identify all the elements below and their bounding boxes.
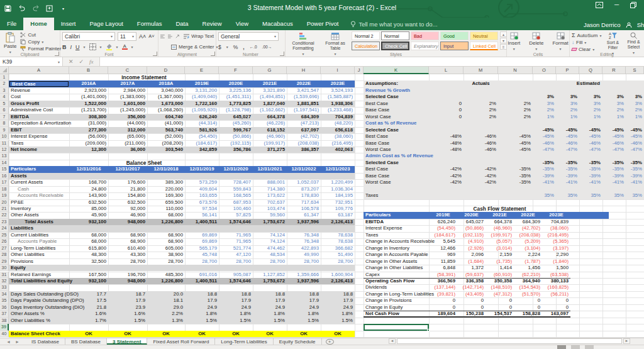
row-header-22[interactable]: 22 <box>0 212 9 218</box>
assumption-est-value[interactable]: 3% <box>556 94 579 100</box>
row-header-30[interactable]: 30 <box>0 265 9 271</box>
is-value[interactable]: (1,383,000) <box>108 94 147 100</box>
assumption-est-value[interactable]: -45% <box>533 133 556 140</box>
bs-value[interactable]: 728,407 <box>219 179 253 186</box>
assumption-est-value[interactable]: 3% <box>533 101 556 107</box>
row-header-38[interactable]: 38 <box>0 318 9 324</box>
style-good[interactable]: Good <box>440 31 469 40</box>
bs-value[interactable]: 559,843 <box>219 186 253 192</box>
column-header-P[interactable]: P <box>556 67 579 74</box>
style-input[interactable]: Input <box>440 42 469 50</box>
style-explanatory[interactable]: Explanatory ... <box>411 42 439 50</box>
row-header-6[interactable]: 6 <box>0 107 9 113</box>
sheet-tab-long-term-liabilities[interactable]: Long-Term Liabilities <box>215 338 273 345</box>
balance-check-value[interactable]: OK <box>69 331 108 337</box>
column-header-O[interactable]: O <box>533 67 556 74</box>
cf-row-label[interactable]: Change in Provisions <box>364 297 429 304</box>
is-value[interactable]: (38,060) <box>321 133 355 140</box>
ratio-value[interactable]: 1.8% <box>253 311 287 317</box>
bs-total-value[interactable]: 1,937,596 <box>287 278 321 284</box>
assumption-actual-value[interactable]: -45% <box>498 147 533 153</box>
assumption-est-value[interactable]: 35% <box>579 192 602 199</box>
bs-value[interactable]: 71,965 <box>219 238 253 245</box>
bs-value[interactable]: 873,207 <box>287 186 321 192</box>
cf-value[interactable]: (46,960) <box>486 225 514 231</box>
bs-value[interactable]: 610,400 <box>108 245 147 252</box>
bs-row-label[interactable]: Long-Term Liabilities <box>9 245 69 252</box>
cf-value[interactable]: 626,240 <box>429 219 457 225</box>
cf-value[interactable]: (3,014) <box>486 245 514 252</box>
cf-value[interactable]: (38,060) <box>542 225 570 231</box>
assumption-est-value[interactable]: 35% <box>602 192 626 199</box>
is-value[interactable]: (208,200) <box>147 140 185 147</box>
ratio-value[interactable]: 17.9 <box>185 297 219 304</box>
cf-value[interactable]: (3,104) <box>514 245 542 252</box>
assumption-est-value[interactable]: -41% <box>533 179 556 186</box>
assumption-est-value[interactable]: -35% <box>579 160 602 166</box>
autosum-button[interactable]: ΣAutoSum▾ <box>572 32 602 38</box>
worksheet-grid[interactable]: ABCDEFGHIJKLMNOPQRS123456789101112131415… <box>0 67 644 338</box>
bs-value[interactable]: 691,016 <box>185 272 219 278</box>
is-value[interactable]: 581,926 <box>185 127 219 133</box>
is-value[interactable]: (1,162,662) <box>253 107 287 113</box>
wrap-text-button[interactable]: Wrap Text <box>184 33 214 39</box>
assumption-label[interactable]: Selected Case <box>364 94 429 100</box>
bs-value[interactable]: 28,700 <box>321 258 355 265</box>
row-header-37[interactable]: 37 <box>0 311 9 317</box>
assumption-actual-value[interactable]: 2% <box>464 114 498 120</box>
bs-total-value[interactable]: 1,226,800 <box>147 278 185 284</box>
bs-row-label[interactable]: Inventory <box>9 206 69 212</box>
assumption-est-value[interactable]: -35% <box>556 160 579 166</box>
enter-icon[interactable]: ✓ <box>79 58 84 65</box>
ratio-value[interactable]: 1.7% <box>69 318 108 324</box>
bs-value[interactable]: 220,000 <box>147 186 185 192</box>
assumption-est-value[interactable]: 1% <box>602 114 626 120</box>
bs-value[interactable]: 409,604 <box>185 186 219 192</box>
bs-total-value[interactable]: 1,226,800 <box>147 219 185 225</box>
bs-value[interactable]: 389,300 <box>147 179 185 186</box>
is-value[interactable]: 12,300 <box>69 147 108 153</box>
assumption-est-value[interactable]: 3% <box>602 94 626 100</box>
is-value[interactable]: (54,450) <box>185 133 219 140</box>
is-value[interactable]: (1,068,260) <box>147 107 185 113</box>
font-size-select[interactable]: 11▾ <box>118 32 136 41</box>
is-value[interactable]: 637,097 <box>287 127 321 133</box>
column-header-J[interactable]: J <box>355 67 364 74</box>
is-value[interactable]: 277,300 <box>69 127 108 133</box>
bs-value[interactable]: 154,800 <box>108 192 147 199</box>
share-button[interactable]: Share <box>637 21 644 28</box>
cf-value[interactable]: (192,115) <box>457 232 486 238</box>
assumption-actual-value[interactable]: -42% <box>464 166 498 172</box>
bs-value[interactable]: 1,220,499 <box>321 179 355 186</box>
is-row-label[interactable]: Net Income <box>9 147 69 153</box>
assumption-est-value[interactable]: -46% <box>579 140 602 147</box>
is-value[interactable]: 1,601,000 <box>108 101 147 107</box>
is-value[interactable]: (192,115) <box>219 140 253 147</box>
bs-value[interactable]: 68,000 <box>69 238 108 245</box>
ratio-value[interactable]: 29.0 <box>147 304 185 311</box>
bs-value[interactable]: 110,000 <box>147 206 185 212</box>
assumption-est-value[interactable]: -35% <box>556 166 579 172</box>
decrease-font-icon[interactable]: A˅ <box>148 33 154 39</box>
bs-value[interactable]: 68,900 <box>108 232 147 238</box>
assumption-est-value[interactable]: -35% <box>533 166 556 172</box>
column-header-D[interactable]: D <box>147 67 185 74</box>
is-value[interactable]: 645,027 <box>219 114 253 120</box>
ratio-value[interactable]: 1.8% <box>185 311 219 317</box>
decrease-decimal-icon[interactable]: .00→ <box>262 45 272 49</box>
assumption-est-value[interactable]: -35% <box>602 160 626 166</box>
assumption-est-value[interactable]: 3% <box>626 94 644 100</box>
is-value[interactable]: (211,000) <box>108 140 147 147</box>
column-header-F[interactable]: F <box>219 67 253 74</box>
cf-row-label[interactable]: Capex <box>364 272 429 278</box>
cf-value[interactable]: (148,510) <box>486 284 514 291</box>
is-value[interactable]: 3,131,200 <box>185 87 219 94</box>
cf-value[interactable]: 969 <box>429 252 457 258</box>
restore-icon[interactable] <box>630 2 636 8</box>
column-header-S[interactable]: S <box>626 67 644 74</box>
bs-value[interactable]: 28,700 <box>185 258 219 265</box>
is-row-label[interactable]: Administrative Cost <box>9 107 69 113</box>
cf-value[interactable]: 1,456 <box>514 265 542 271</box>
bs-value[interactable]: 1,359,666 <box>287 272 321 278</box>
ratio-value[interactable]: 24.9 <box>185 304 219 311</box>
